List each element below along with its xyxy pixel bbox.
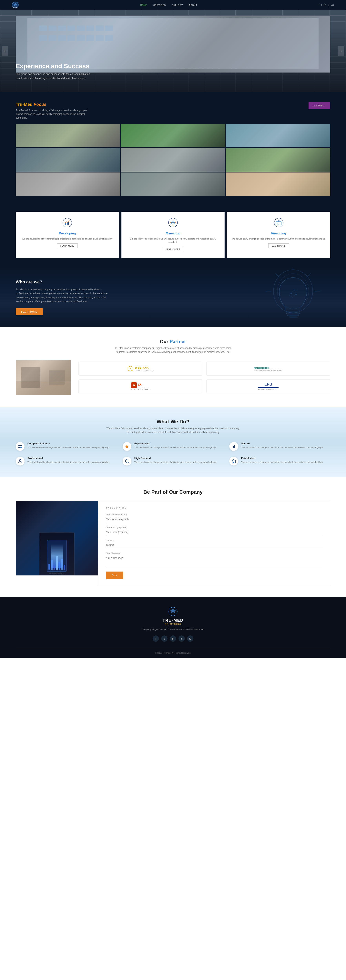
svg-rect-31 bbox=[287, 314, 299, 316]
footer-logo-sub: SOLUTIONS bbox=[16, 623, 330, 625]
join-us-button[interactable]: JOIN US → bbox=[309, 102, 330, 109]
nav-link-about[interactable]: ABOUT bbox=[189, 4, 197, 6]
service-title-financing: Financing bbox=[231, 232, 326, 235]
footer-divider bbox=[16, 648, 330, 648]
svg-point-14 bbox=[172, 220, 174, 220]
who-section: Who are we? Tru Med is an investment com… bbox=[0, 268, 346, 327]
services-section: Developing We are developing clinics for… bbox=[0, 206, 346, 268]
name-label: Your Name (required) bbox=[106, 513, 322, 515]
partner-section: Our Partner Tru-Med is an investment com… bbox=[0, 327, 346, 407]
partner-logos-grid: W WESTANA Equipment Leasing Inc. truebal… bbox=[78, 362, 330, 393]
footer-twitter-icon[interactable]: t bbox=[161, 635, 167, 642]
navbar: TRU-MED HOME SERVICES GALLERY ABOUT f t … bbox=[0, 0, 346, 10]
linkedin-icon[interactable]: in bbox=[324, 3, 326, 6]
focus-section: Tru-Med Focus Tru-Med will focus on prov… bbox=[0, 92, 346, 206]
footer-copyright: ©2019. Tru-Med. All Rights Reserved. bbox=[16, 652, 330, 654]
gallery-photo-2 bbox=[121, 124, 225, 147]
footer-youtube-icon[interactable]: ▶ bbox=[170, 635, 176, 642]
hero-section: ‹ Experience and Success Our group has e… bbox=[0, 10, 346, 92]
service-title-managing: Managing bbox=[126, 232, 221, 235]
svg-point-52 bbox=[19, 460, 21, 461]
svg-line-54 bbox=[128, 462, 129, 463]
footer-logo-text: TRU-MED bbox=[163, 618, 183, 622]
svg-line-26 bbox=[307, 274, 311, 278]
hero-prev-button[interactable]: ‹ bbox=[2, 46, 8, 56]
message-textarea[interactable] bbox=[106, 555, 322, 567]
service-card-managing: Managing Our experienced professional te… bbox=[121, 212, 225, 258]
established-desc: This text should be change to match the … bbox=[241, 461, 323, 464]
secure-desc: This text should be change to match the … bbox=[241, 446, 323, 449]
svg-rect-3 bbox=[65, 223, 66, 225]
bepart-section: Be Part of Our Company Optimized by www.… bbox=[0, 477, 346, 597]
service-title-developing: Developing bbox=[20, 232, 115, 235]
service-desc-financing: We deliver newly emerging needs of the m… bbox=[231, 237, 326, 241]
secure-title: Secure bbox=[241, 442, 323, 445]
hero-next-button[interactable]: › bbox=[338, 46, 344, 56]
truebalance-logo-sub: SPA · MEDICAL AESTHETICS · LASER bbox=[254, 369, 282, 371]
services-grid: Developing We are developing clinics for… bbox=[16, 212, 330, 258]
svg-rect-47 bbox=[21, 445, 22, 446]
pinterest-icon[interactable]: p bbox=[328, 3, 329, 6]
subject-label: Subject bbox=[106, 539, 322, 541]
partner-title: Our Partner bbox=[16, 339, 330, 344]
gallery-photo-6 bbox=[226, 148, 330, 172]
twitter-icon[interactable]: t bbox=[321, 3, 322, 6]
feature-complete-solution: Complete Solution This text should be ch… bbox=[16, 442, 117, 451]
footer-facebook-icon[interactable]: f bbox=[153, 635, 159, 642]
financing-icon bbox=[231, 218, 326, 229]
feature-high-demand: High Demand This text should be change t… bbox=[123, 457, 223, 466]
svg-rect-56 bbox=[233, 461, 234, 463]
professional-desc: This text should be change to match the … bbox=[27, 461, 110, 464]
form-inquiry-label: FOR AN INQUIRY bbox=[106, 507, 322, 509]
photo-grid bbox=[16, 124, 330, 196]
gallery-photo-1 bbox=[16, 124, 120, 147]
nav-link-services[interactable]: SERVICES bbox=[153, 4, 166, 6]
partner-logo-truebalance: truebalance SPA · MEDICAL AESTHETICS · L… bbox=[206, 362, 330, 375]
g45-logo-text: 45 bbox=[138, 383, 142, 387]
professional-icon bbox=[16, 457, 24, 466]
feature-established: Established This text should be change t… bbox=[229, 457, 330, 466]
secure-icon bbox=[229, 442, 238, 451]
who-learn-more-button[interactable]: LEARN MORE bbox=[16, 308, 43, 315]
developing-learn-more-button[interactable]: LEARN MORE bbox=[57, 243, 78, 248]
svg-point-16 bbox=[170, 222, 171, 223]
managing-learn-more-button[interactable]: LEARN MORE bbox=[163, 247, 183, 252]
feature-secure: Secure This text should be change to mat… bbox=[229, 442, 330, 451]
westana-logo-text: WESTANA bbox=[135, 366, 153, 369]
professional-title: Professional bbox=[27, 457, 110, 460]
svg-point-17 bbox=[175, 222, 176, 223]
send-button[interactable]: Send bbox=[106, 571, 123, 579]
nav-menu: HOME SERVICES GALLERY ABOUT bbox=[140, 3, 197, 7]
whatwedo-title: What We Do? bbox=[16, 418, 330, 425]
footer-instagram-icon[interactable]: ig bbox=[187, 635, 193, 642]
facebook-icon[interactable]: f bbox=[319, 3, 319, 6]
partner-logo-westana: W WESTANA Equipment Leasing Inc. bbox=[78, 362, 202, 375]
hero-content: Experience and Success Our group has exp… bbox=[16, 62, 98, 80]
svg-rect-48 bbox=[21, 447, 22, 448]
svg-text:W: W bbox=[130, 368, 131, 369]
contact-form: FOR AN INQUIRY Your Name (required) Your… bbox=[98, 501, 330, 585]
service-card-developing: Developing We are developing clinics for… bbox=[16, 212, 119, 258]
partner-description: Tru-Med is an investment company put tog… bbox=[114, 346, 232, 354]
google-icon[interactable]: g+ bbox=[331, 3, 334, 6]
gallery-photo-5 bbox=[121, 148, 225, 172]
features-grid: Complete Solution This text should be ch… bbox=[16, 442, 330, 466]
nav-link-home[interactable]: HOME bbox=[140, 4, 148, 6]
established-title: Established bbox=[241, 457, 323, 460]
gallery-photo-4 bbox=[16, 148, 120, 172]
subject-input[interactable] bbox=[106, 542, 322, 548]
focus-title: Tru-Med Focus bbox=[16, 102, 94, 107]
svg-point-38 bbox=[297, 290, 297, 291]
nav-link-gallery[interactable]: GALLERY bbox=[172, 4, 183, 6]
service-card-financing: Financing We deliver newly emerging need… bbox=[227, 212, 330, 258]
partner-logo-g45: G 45 DEVELOPMENTS INC. bbox=[78, 379, 202, 393]
who-title: Who are we? bbox=[16, 280, 114, 285]
partner-image bbox=[16, 360, 71, 395]
gallery-photo-8 bbox=[121, 172, 225, 196]
name-input[interactable] bbox=[106, 516, 322, 522]
svg-text:TRU-MED: TRU-MED bbox=[13, 7, 18, 8]
financing-learn-more-button[interactable]: LEARN MORE bbox=[268, 243, 289, 248]
footer-logo: TRU-MED SOLUTIONS bbox=[16, 607, 330, 625]
email-input[interactable] bbox=[106, 529, 322, 535]
footer-linkedin-icon[interactable]: in bbox=[179, 635, 185, 642]
